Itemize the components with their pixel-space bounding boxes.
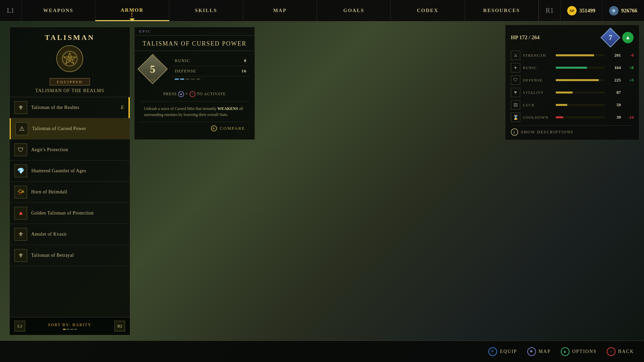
plus-sign: + [185,92,190,96]
circle-icon: ○ [607,347,615,356]
activate-row: PRESS ■ + ○ TO ACTIVATE [139,87,250,102]
talisman-icon [56,45,83,72]
item-name-4: Horn of Heimdall [31,189,67,195]
stat-value-3: 87 [607,90,621,95]
stat-defense-value: 16 [241,68,247,74]
compare-row[interactable]: ⊕ COMPARE [139,122,250,135]
r1-label: R1 [546,7,553,14]
level-up-arrow[interactable]: ▲ [622,32,634,43]
stat-table: RUNIC 8 DEFENSE 16 [171,56,250,82]
equipped-badge: EQUIPPED [50,78,90,85]
list-item-2[interactable]: 🛡 Aegir's Protection [10,139,130,161]
list-item-1[interactable]: ⚠ Talisman of Cursed Power [10,118,130,139]
stat-icon-3: ♥ [511,88,520,97]
stat-label-3: VITALITY [523,90,553,95]
gem-level: 7 [609,34,612,42]
map-label: MAP [539,349,551,354]
compare-icon: ⊕ [211,125,217,131]
nav-tab-weapons[interactable]: WEAPONS [21,0,95,21]
stat-row-runic: ✦ RUNIC 164 +8 [511,63,634,72]
pip-1 [175,78,179,80]
stat-label-5: COOLDOWN [523,115,553,119]
item-name-0: Talisman of the Realms [31,105,79,110]
nav-tab-codex[interactable]: CODEX [391,0,465,21]
equip-btn[interactable]: ✕ EQUIP [488,347,517,356]
stat-bars: ⚔ STRENGTH 201 -8 ✦ RUNIC 164 +8 🛡 DEFEN… [511,51,634,122]
list-item-5[interactable]: 🔺 Golden Talisman of Protection [10,203,130,224]
back-label: BACK [618,349,634,354]
item-name-7: Talisman of Betrayal [31,253,74,258]
level-gem: 7 [602,29,619,46]
hs-value: 926766 [621,8,637,14]
list-item-7[interactable]: ⚜ Talisman of Betrayal [10,245,130,266]
level-diamond: 5 LVL [139,56,166,82]
armor-warning-icon: ! [131,12,133,19]
item-name-3: Shattered Gauntlet of Ages [31,168,86,174]
top-nav: L1 WEAPONS ARMOR ! SKILLS MAP GOALS CODE… [0,0,644,21]
level-pips [171,76,250,82]
nav-tab-armor[interactable]: ARMOR ! [95,0,169,21]
stat-defense-label: DEFENSE [175,68,196,74]
triangle-icon: ▲ [561,347,570,356]
item-icon-4: 📯 [14,186,27,198]
list-item-3[interactable]: 💎 Shattered Gauntlet of Ages [10,161,130,182]
show-descriptions[interactable]: ℹ SHOW DESCRIPTIONS [511,125,634,136]
detail-panel: EPIC TALISMAN OF CURSED POWER 5 LVL RUNI… [134,27,255,140]
item-name-6: Amulet of Kvasir [31,232,67,237]
nav-tab-goals[interactable]: GOALS [317,0,391,21]
nav-tab-resources[interactable]: RESOURCES [465,0,539,21]
item-name-5: Golden Talisman of Protection [31,210,94,216]
map-btn[interactable]: ■ MAP [527,347,551,356]
stat-runic: RUNIC 8 [171,56,250,66]
keyword-weakens: WEAKENS [217,106,238,111]
stat-track-4 [556,104,605,106]
sort-left-btn[interactable]: L2 [14,321,25,331]
stat-icon-0: ⚔ [511,51,520,60]
square-icon: ■ [527,347,536,356]
stat-icon-5: ⌛ [511,113,520,122]
stat-runic-value: 8 [244,58,247,63]
bottom-bar: ✕ EQUIP ■ MAP ▲ OPTIONS ○ BACK [0,341,644,362]
nav-right-btn[interactable]: R1 [539,0,560,21]
stat-fill-3 [556,92,573,94]
nav-left-btn[interactable]: L1 [0,0,21,21]
stat-track-5 [556,116,605,118]
stat-delta-0: -8 [624,53,634,58]
l1-label: L1 [7,7,14,14]
stat-row-luck: ⚄ LUCK 59 [511,100,634,110]
back-btn[interactable]: ○ BACK [607,347,634,356]
nav-tab-skills[interactable]: SKILLS [169,0,243,21]
list-item-6[interactable]: ⚜ Amulet of Kvasir [10,224,130,245]
stat-row-vitality: ♥ VITALITY 87 [511,88,634,97]
stat-fill-5 [556,116,563,118]
sort-dot-4 [74,329,77,330]
xp-value: 351499 [579,8,595,14]
xp-icon: XP [567,6,577,15]
sort-right-btn[interactable]: R2 [114,321,125,331]
nav-tab-map[interactable]: MAP [243,0,317,21]
equipped-mark-0: E [121,105,124,110]
list-item-4[interactable]: 📯 Horn of Heimdall [10,182,130,203]
item-icon-7: ⚜ [14,249,27,262]
sort-label: SORT BY: RARITY [48,322,91,327]
stat-label-2: DEFENSE [523,78,553,82]
circle-btn-icon: ○ [190,91,196,97]
item-list: ⚜ Talisman of the Realms E ⚠ Talisman of… [10,97,130,317]
options-label: OPTIONS [572,349,597,354]
stat-icon-2: 🛡 [511,75,520,85]
desc-icon: ℹ [511,128,518,136]
sort-dot-2 [67,329,69,330]
list-item-0[interactable]: ⚜ Talisman of the Realms E [10,97,130,118]
sort-dot-3 [70,329,73,330]
item-name-2: Aegir's Protection [31,147,68,153]
stat-fill-1 [556,67,587,69]
stat-fill-0 [556,54,594,56]
svg-point-2 [68,57,72,61]
options-btn[interactable]: ▲ OPTIONS [561,347,597,356]
panel-title: TALISMAN [13,33,126,42]
stat-row-defense: 🛡 DEFENSE 225 +3 [511,75,634,85]
stat-value-4: 59 [607,102,621,108]
stat-label-0: STRENGTH [523,53,553,57]
stat-value-1: 164 [607,65,621,70]
stat-delta-1: +8 [624,65,634,70]
